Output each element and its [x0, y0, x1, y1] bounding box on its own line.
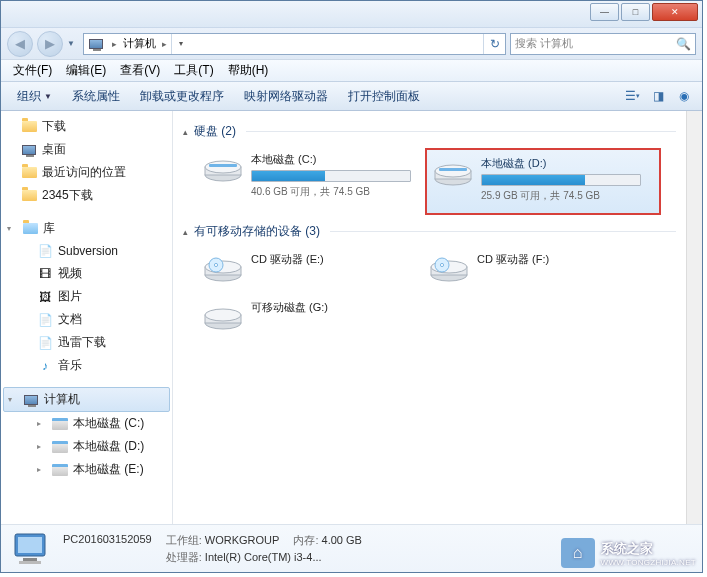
sidebar-item-videos[interactable]: 🎞视频 — [1, 262, 172, 285]
body: 下载 桌面 最近访问的位置 2345下载 ▾库 📄Subversion 🎞视频 … — [1, 111, 702, 524]
details-pane: PC201603152059 工作组: WORKGROUP 内存: 4.00 G… — [1, 524, 702, 572]
maximize-button[interactable]: □ — [621, 3, 650, 21]
sidebar-item-music[interactable]: ♪音乐 — [1, 354, 172, 377]
computer-icon — [88, 36, 104, 52]
memory-label: 内存: — [293, 534, 318, 546]
scrollbar[interactable] — [686, 111, 702, 524]
drive-cd-f[interactable]: CD 驱动器 (F:) — [425, 248, 641, 288]
sidebar-item-computer[interactable]: ▾计算机 — [3, 387, 170, 412]
menu-edit[interactable]: 编辑(E) — [60, 60, 112, 81]
watermark-url: WWW.TONGZHIJIA.NET — [601, 558, 696, 567]
sidebar-item-recent[interactable]: 最近访问的位置 — [1, 161, 172, 184]
minimize-button[interactable]: — — [590, 3, 619, 21]
sidebar-item-subversion[interactable]: 📄Subversion — [1, 240, 172, 262]
menu-bar: 文件(F) 编辑(E) 查看(V) 工具(T) 帮助(H) — [1, 59, 702, 81]
drive-label: 可移动磁盘 (G:) — [251, 300, 411, 315]
svg-rect-23 — [23, 558, 37, 561]
search-placeholder: 搜索 计算机 — [515, 36, 573, 51]
titlebar: — □ ✕ — [1, 1, 702, 27]
documents-icon: 📄 — [37, 312, 53, 328]
computer-large-icon — [11, 530, 53, 568]
hdd-icon — [433, 156, 473, 188]
uninstall-button[interactable]: 卸载或更改程序 — [130, 84, 234, 109]
address-bar[interactable]: ▸ 计算机 ▸ ▾ ↻ — [83, 33, 506, 55]
sidebar-item-downloads[interactable]: 下载 — [1, 115, 172, 138]
drive-removable-g[interactable]: 可移动磁盘 (G:) — [199, 296, 415, 336]
drive-label: CD 驱动器 (F:) — [477, 252, 637, 267]
content-pane: ▴ 硬盘 (2) 本地磁盘 (C:) 40.6 GB 可用，共 74.5 GB — [173, 111, 686, 524]
file-icon: 📄 — [37, 243, 53, 259]
address-dropdown[interactable]: ▾ — [171, 34, 189, 54]
collapse-icon[interactable]: ▴ — [183, 227, 188, 237]
menu-tools[interactable]: 工具(T) — [168, 60, 219, 81]
sidebar-item-2345[interactable]: 2345下载 — [1, 184, 172, 207]
sidebar-item-documents[interactable]: 📄文档 — [1, 308, 172, 331]
svg-point-12 — [214, 263, 217, 266]
forward-button[interactable]: ▶ — [37, 31, 63, 57]
back-button[interactable]: ◀ — [7, 31, 33, 57]
sidebar-item-xunlei[interactable]: 📄迅雷下载 — [1, 331, 172, 354]
cpu-label: 处理器: — [166, 551, 202, 563]
desktop-icon — [21, 142, 37, 158]
preview-pane-button[interactable]: ◨ — [646, 85, 670, 107]
capacity-bar — [251, 170, 411, 182]
sidebar-item-libraries[interactable]: ▾库 — [1, 217, 172, 240]
control-panel-button[interactable]: 打开控制面板 — [338, 84, 430, 109]
sidebar-item-disk-d[interactable]: ▸本地磁盘 (D:) — [1, 435, 172, 458]
expand-icon[interactable]: ▾ — [8, 395, 18, 404]
sidebar-item-disk-e[interactable]: ▸本地磁盘 (E:) — [1, 458, 172, 481]
svg-point-20 — [205, 309, 241, 321]
system-properties-button[interactable]: 系统属性 — [62, 84, 130, 109]
expand-icon[interactable]: ▸ — [37, 419, 47, 428]
drive-label: 本地磁盘 (C:) — [251, 152, 411, 167]
separator — [330, 231, 676, 232]
minimize-icon: — — [600, 7, 609, 17]
category-removable[interactable]: ▴ 有可移动存储的设备 (3) — [183, 223, 676, 240]
breadcrumb-root[interactable]: 计算机 — [121, 36, 158, 51]
drive-cd-e[interactable]: CD 驱动器 (E:) — [199, 248, 415, 288]
svg-rect-24 — [19, 561, 41, 564]
drive-d[interactable]: 本地磁盘 (D:) 25.9 GB 可用，共 74.5 GB — [425, 148, 661, 215]
navigation-bar: ◀ ▶ ▼ ▸ 计算机 ▸ ▾ ↻ 搜索 计算机 🔍 — [1, 27, 702, 59]
organize-button[interactable]: 组织▼ — [7, 84, 62, 109]
search-icon: 🔍 — [676, 37, 691, 51]
expand-icon[interactable]: ▸ — [37, 442, 47, 451]
disk-icon — [52, 462, 68, 478]
search-input[interactable]: 搜索 计算机 🔍 — [510, 33, 696, 55]
help-button[interactable]: ◉ — [672, 85, 696, 107]
computer-icon — [23, 392, 39, 408]
drive-capacity: 25.9 GB 可用，共 74.5 GB — [481, 189, 649, 203]
history-dropdown[interactable]: ▼ — [67, 39, 79, 48]
view-options-button[interactable]: ☰▾ — [620, 85, 644, 107]
expand-icon[interactable]: ▸ — [37, 465, 47, 474]
drive-label: CD 驱动器 (E:) — [251, 252, 411, 267]
sidebar-item-disk-c[interactable]: ▸本地磁盘 (C:) — [1, 412, 172, 435]
refresh-button[interactable]: ↻ — [483, 34, 505, 54]
folder-icon — [21, 188, 37, 204]
map-drive-button[interactable]: 映射网络驱动器 — [234, 84, 338, 109]
watermark: ⌂ 系统之家 WWW.TONGZHIJIA.NET — [561, 538, 696, 568]
menu-help[interactable]: 帮助(H) — [222, 60, 275, 81]
breadcrumb-caret[interactable]: ▸ — [108, 39, 121, 49]
breadcrumb-caret[interactable]: ▸ — [158, 39, 171, 49]
sidebar-item-pictures[interactable]: 🖼图片 — [1, 285, 172, 308]
sidebar-item-desktop[interactable]: 桌面 — [1, 138, 172, 161]
category-hard-disks[interactable]: ▴ 硬盘 (2) — [183, 123, 676, 140]
menu-file[interactable]: 文件(F) — [7, 60, 58, 81]
drive-c[interactable]: 本地磁盘 (C:) 40.6 GB 可用，共 74.5 GB — [199, 148, 415, 215]
watermark-logo-icon: ⌂ — [561, 538, 595, 568]
navigation-pane: 下载 桌面 最近访问的位置 2345下载 ▾库 📄Subversion 🎞视频 … — [1, 111, 173, 524]
separator — [246, 131, 676, 132]
collapse-icon[interactable]: ▴ — [183, 127, 188, 137]
disk-icon — [52, 439, 68, 455]
expand-icon[interactable]: ▾ — [7, 224, 17, 233]
svg-rect-22 — [18, 537, 42, 553]
folder-icon — [21, 119, 37, 135]
workgroup-value: WORKGROUP — [205, 534, 280, 546]
memory-value: 4.00 GB — [322, 534, 362, 546]
close-button[interactable]: ✕ — [652, 3, 698, 21]
libraries-icon — [22, 221, 38, 237]
drive-capacity: 40.6 GB 可用，共 74.5 GB — [251, 185, 411, 199]
menu-view[interactable]: 查看(V) — [114, 60, 166, 81]
category-label: 有可移动存储的设备 (3) — [194, 223, 320, 240]
